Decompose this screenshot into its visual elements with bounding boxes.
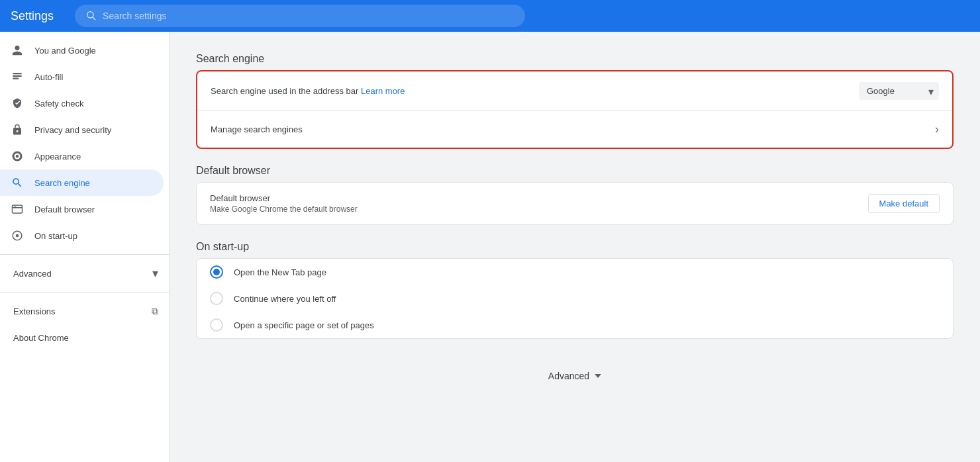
svg-rect-8: [13, 205, 23, 213]
sidebar-label-privacy-security: Privacy and security: [34, 125, 111, 135]
search-engine-address-bar-row: Search engine used in the address bar Le…: [197, 71, 952, 111]
learn-more-link[interactable]: Learn more: [361, 86, 405, 96]
sidebar-label-on-startup: On start-up: [34, 231, 77, 241]
search-engine-select[interactable]: Google Bing DuckDuckGo Yahoo: [859, 82, 939, 100]
search-nav-icon: [11, 176, 24, 189]
shield-icon: [11, 97, 24, 110]
default-browser-card: Default browser Make Google Chrome the d…: [196, 182, 954, 225]
advanced-label: Advanced: [13, 269, 52, 279]
extensions-label: Extensions: [13, 306, 56, 316]
sidebar-item-extensions[interactable]: Extensions ⧉: [0, 298, 169, 324]
svg-rect-3: [13, 75, 22, 77]
about-chrome-label: About Chrome: [13, 333, 69, 343]
startup-icon: [11, 229, 24, 242]
sidebar: You and Google Auto-fill Safety check Pr…: [0, 32, 170, 462]
app-title: Settings: [11, 9, 54, 23]
search-engine-section-title: Search engine: [196, 53, 954, 65]
sidebar-label-default-browser: Default browser: [34, 205, 95, 214]
bottom-advanced-label: Advanced: [548, 371, 589, 381]
sidebar-label-safety-check: Safety check: [34, 99, 83, 109]
sidebar-label-search-engine: Search engine: [34, 178, 90, 188]
radio-new-tab: [210, 265, 223, 279]
svg-point-12: [16, 234, 19, 238]
on-startup-card: Open the New Tab page Continue where you…: [196, 258, 954, 339]
sidebar-item-about-chrome[interactable]: About Chrome: [0, 324, 169, 351]
default-browser-row-title: Default browser: [210, 193, 358, 203]
manage-search-engines-label: Manage search engines: [211, 124, 935, 134]
search-engine-select-wrapper: Google Bing DuckDuckGo Yahoo ▾: [859, 82, 939, 100]
startup-option-specific[interactable]: Open a specific page or set of pages: [197, 312, 953, 338]
search-engine-card: Search engine used in the address bar Le…: [196, 70, 954, 149]
svg-point-10: [14, 206, 15, 207]
search-engine-address-bar-text: Search engine used in the address bar Le…: [211, 86, 859, 96]
bottom-advanced-toggle[interactable]: Advanced: [196, 355, 954, 397]
sidebar-divider-2: [0, 292, 169, 293]
radio-specific-label: Open a specific page or set of pages: [234, 320, 374, 330]
radio-new-tab-label: Open the New Tab page: [234, 267, 326, 277]
header: Settings: [0, 0, 980, 32]
sidebar-item-you-and-google[interactable]: You and Google: [0, 37, 164, 64]
sidebar-label-you-and-google: You and Google: [34, 46, 96, 56]
privacy-icon: [11, 123, 24, 136]
sidebar-item-auto-fill[interactable]: Auto-fill: [0, 64, 164, 90]
sidebar-item-default-browser[interactable]: Default browser: [0, 196, 164, 222]
svg-point-11: [15, 206, 17, 207]
svg-line-1: [93, 17, 95, 20]
startup-option-continue[interactable]: Continue where you left off: [197, 285, 953, 312]
sidebar-item-privacy-security[interactable]: Privacy and security: [0, 116, 164, 143]
manage-search-engines-row[interactable]: Manage search engines ›: [197, 111, 952, 148]
search-input[interactable]: [103, 11, 514, 21]
advanced-toggle[interactable]: Advanced ▾: [0, 260, 169, 287]
browser-icon: [11, 203, 24, 216]
person-icon: [11, 44, 24, 57]
chevron-down-icon: ▾: [152, 266, 158, 281]
sidebar-label-auto-fill: Auto-fill: [34, 72, 63, 82]
main-layout: You and Google Auto-fill Safety check Pr…: [0, 32, 980, 462]
search-icon: [85, 10, 96, 23]
appearance-icon: [11, 150, 24, 163]
radio-specific: [210, 318, 223, 332]
sidebar-item-appearance[interactable]: Appearance: [0, 143, 164, 169]
sidebar-item-search-engine[interactable]: Search engine: [0, 169, 164, 196]
search-bar: [75, 5, 525, 27]
autofill-icon: [11, 70, 24, 83]
default-browser-section-title: Default browser: [196, 165, 954, 177]
manage-arrow-icon: ›: [935, 122, 939, 136]
default-browser-text: Default browser Make Google Chrome the d…: [210, 193, 358, 214]
sidebar-label-appearance: Appearance: [34, 152, 81, 162]
svg-rect-4: [13, 78, 19, 79]
make-default-button[interactable]: Make default: [868, 194, 940, 213]
on-startup-section-title: On start-up: [196, 241, 954, 253]
sidebar-item-safety-check[interactable]: Safety check: [0, 90, 164, 116]
default-browser-row: Default browser Make Google Chrome the d…: [197, 183, 953, 224]
radio-continue: [210, 292, 223, 305]
sidebar-divider: [0, 254, 169, 255]
main-content: Search engine Search engine used in the …: [170, 32, 980, 462]
svg-point-7: [16, 155, 19, 158]
bottom-chevron-down-icon: [595, 374, 601, 378]
sidebar-item-on-startup[interactable]: On start-up: [0, 222, 164, 249]
external-link-icon: ⧉: [152, 306, 158, 317]
startup-option-new-tab[interactable]: Open the New Tab page: [197, 259, 953, 285]
radio-continue-label: Continue where you left off: [234, 294, 336, 304]
svg-rect-2: [13, 73, 22, 74]
default-browser-row-subtitle: Make Google Chrome the default browser: [210, 205, 358, 214]
